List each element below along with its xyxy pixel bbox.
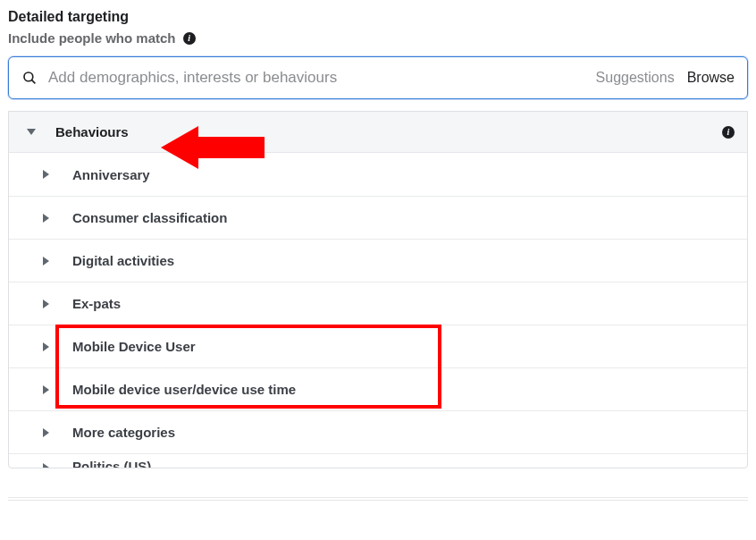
list-item[interactable]: Consumer classification <box>9 196 747 239</box>
category-label: Behaviours <box>55 124 722 139</box>
subtitle-row: Include people who match i <box>8 30 748 46</box>
list-item-label: Consumer classification <box>72 210 227 225</box>
chevron-right-icon <box>43 342 49 351</box>
chevron-right-icon <box>43 170 49 179</box>
browse-link[interactable]: Browse <box>687 70 735 86</box>
chevron-right-icon <box>43 300 49 308</box>
list-item[interactable]: Digital activities <box>9 239 747 282</box>
chevron-right-icon <box>43 385 49 394</box>
list-item-label: Politics (US) <box>72 461 151 468</box>
search-actions: Suggestions Browse <box>596 70 735 86</box>
subtitle-text: Include people who match <box>8 30 176 46</box>
info-icon[interactable]: i <box>183 32 196 45</box>
browse-panel: Behaviours i Anniversary Consumer classi… <box>8 111 748 468</box>
chevron-right-icon <box>43 428 49 437</box>
list-item[interactable]: Politics (US) <box>9 453 747 468</box>
list-item[interactable]: More categories <box>9 410 747 453</box>
info-icon[interactable]: i <box>722 126 735 139</box>
divider <box>8 497 748 501</box>
list-item[interactable]: Mobile Device User <box>9 325 747 367</box>
list-item[interactable]: Anniversary <box>9 153 747 196</box>
subcategory-list: Anniversary Consumer classification Digi… <box>9 153 747 468</box>
chevron-right-icon <box>43 257 49 266</box>
list-item-label: More categories <box>72 425 175 440</box>
list-item-label: Digital activities <box>72 253 174 268</box>
chevron-down-icon <box>27 129 36 135</box>
list-item[interactable]: Ex-pats <box>9 282 747 325</box>
chevron-right-icon <box>43 214 49 223</box>
list-item-label: Anniversary <box>72 167 150 182</box>
svg-point-0 <box>24 72 33 81</box>
category-header[interactable]: Behaviours i <box>9 112 747 153</box>
search-input[interactable] <box>48 69 585 87</box>
search-icon <box>21 70 38 86</box>
list-item-label: Mobile device user/device use time <box>72 382 296 397</box>
section-title: Detailed targeting <box>8 9 748 25</box>
list-item-label: Ex-pats <box>72 296 121 311</box>
suggestions-link[interactable]: Suggestions <box>596 70 675 86</box>
list-item[interactable]: Mobile device user/device use time <box>9 367 747 410</box>
chevron-right-icon <box>43 463 49 468</box>
list-item-label: Mobile Device User <box>72 339 196 354</box>
svg-line-1 <box>31 80 35 83</box>
targeting-search-field[interactable]: Suggestions Browse <box>8 56 748 99</box>
